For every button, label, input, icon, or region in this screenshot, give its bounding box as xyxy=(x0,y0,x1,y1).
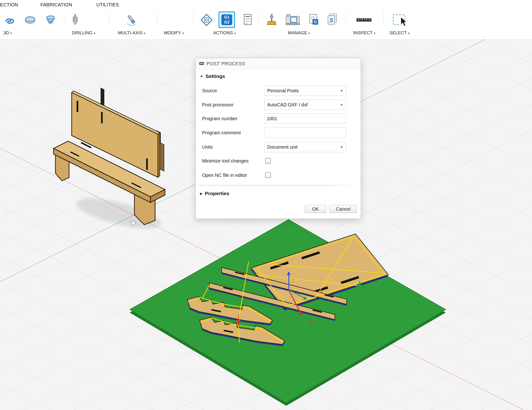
machine-library-icon[interactable] xyxy=(285,13,301,27)
toolbar-separator xyxy=(346,12,346,27)
post-process-active-command[interactable]: G1 G2 xyxy=(218,11,235,28)
post-processor-select[interactable]: AutoCAD DXF / dxf ▼ xyxy=(264,100,346,110)
minimize-tool-changes-checkbox[interactable] xyxy=(265,158,271,164)
stock-sheet[interactable] xyxy=(130,220,446,406)
group-3d-label: 3D xyxy=(3,30,9,36)
group-actions[interactable]: ACTIONS▾ xyxy=(213,30,236,36)
toolbar-separator xyxy=(109,12,110,27)
dialog-separator xyxy=(199,185,356,186)
z-axis-label: Z xyxy=(291,278,294,284)
adaptive-clearing-icon[interactable] xyxy=(3,13,17,27)
source-label: Source xyxy=(202,88,217,93)
units-value: Document unit xyxy=(267,144,340,150)
chevron-down-icon: ▾ xyxy=(182,31,184,35)
tool-library-icon[interactable] xyxy=(265,13,278,27)
drill-icon[interactable] xyxy=(68,13,82,27)
group-select[interactable]: SELECT▾ xyxy=(389,30,409,36)
program-number-label: Program number xyxy=(202,116,237,121)
settings-collapse-icon: ▼ xyxy=(200,75,203,78)
post-library-icon[interactable]: G xyxy=(307,13,321,27)
flat-face-icon[interactable] xyxy=(23,13,37,27)
properties-section-toggle[interactable]: ▶ Properties xyxy=(200,189,229,198)
toolbar-separator xyxy=(258,12,258,27)
chevron-down-icon: ▾ xyxy=(408,31,409,35)
mouse-cursor-icon xyxy=(400,17,409,27)
cancel-button[interactable]: Cancel xyxy=(329,205,357,213)
source-select[interactable]: Personal Posts ▼ xyxy=(264,85,346,96)
group-inspect[interactable]: INSPECT▾ xyxy=(353,30,375,36)
post-processor-label: Post processor xyxy=(202,102,233,108)
tab-fabrication[interactable]: FABRICATION xyxy=(40,2,72,8)
post-process-dialog: POST PROCESS ▼ Settings Source Personal … xyxy=(196,58,361,219)
dropdown-caret-icon: ▼ xyxy=(340,145,343,149)
post-processor-value: AutoCAD DXF / dxf xyxy=(267,102,340,108)
chevron-down-icon: ▾ xyxy=(234,31,236,35)
chevron-down-icon: ▾ xyxy=(308,31,310,35)
chevron-down-icon: ▾ xyxy=(94,31,95,35)
tab-utilities[interactable]: UTILITIES xyxy=(96,2,119,8)
program-number-input[interactable] xyxy=(264,113,346,124)
origin-marker[interactable] xyxy=(131,221,135,225)
settings-section-title: Settings xyxy=(206,74,225,79)
dropdown-caret-icon: ▼ xyxy=(340,103,343,107)
group-drilling[interactable]: DRILLING▾ xyxy=(72,30,95,36)
ruler-icon[interactable] xyxy=(355,13,373,27)
dropdown-caret-icon: ▼ xyxy=(340,89,343,93)
bench-model[interactable] xyxy=(54,88,165,234)
program-comment-label: Program comment xyxy=(202,130,241,136)
group-modify-label: MODIFY xyxy=(164,30,181,36)
open-nc-file-checkbox[interactable] xyxy=(265,172,271,178)
g1g2-line2: G2 xyxy=(221,20,232,25)
chevron-down-icon: ▾ xyxy=(10,31,12,35)
g1g2-line1: G1 xyxy=(221,15,232,20)
tab-inspection-cut[interactable]: ECTION xyxy=(0,2,18,8)
multi-axis-icon[interactable] xyxy=(125,13,138,27)
group-3d[interactable]: 3D▾ xyxy=(3,30,12,36)
post-process-icon[interactable] xyxy=(200,13,213,27)
units-label: Units xyxy=(202,144,213,150)
group-modify[interactable]: MODIFY▾ xyxy=(164,30,184,36)
open-nc-file-label: Open NC file in editor xyxy=(202,173,247,178)
group-manage[interactable]: MANAGE▾ xyxy=(288,30,310,36)
toolbar: ECTION FABRICATION UTILITIES 3D▾ xyxy=(0,0,532,39)
group-drilling-label: DRILLING xyxy=(72,30,93,36)
toolbar-separator xyxy=(64,12,64,27)
units-select[interactable]: Document unit ▼ xyxy=(264,142,346,152)
chevron-down-icon: ▾ xyxy=(144,31,145,35)
group-manage-label: MANAGE xyxy=(288,30,307,36)
spiral-ramp-icon[interactable] xyxy=(44,13,57,27)
g-letter: G xyxy=(314,20,317,24)
toolbar-separator xyxy=(383,12,383,27)
group-select-label: SELECT xyxy=(389,30,407,36)
properties-section-title: Properties xyxy=(205,191,229,196)
settings-section-toggle[interactable]: ▼ Settings xyxy=(200,72,225,81)
s-letter: S xyxy=(329,17,333,24)
dialog-grip-icon xyxy=(199,62,204,65)
properties-expand-icon: ▶ xyxy=(200,192,203,195)
minimize-tool-changes-label: Minimize tool changes xyxy=(202,158,249,164)
program-comment-input[interactable] xyxy=(264,128,346,138)
group-actions-label: ACTIONS xyxy=(213,30,233,36)
group-multi-axis-label: MULTI-AXIS xyxy=(118,30,143,36)
templates-icon[interactable]: S xyxy=(326,13,339,27)
chevron-down-icon: ▾ xyxy=(374,31,375,35)
ok-button[interactable]: OK xyxy=(305,205,326,213)
group-multi-axis[interactable]: MULTI-AXIS▾ xyxy=(118,30,145,36)
group-inspect-label: INSPECT xyxy=(353,30,372,36)
setup-sheet-icon[interactable] xyxy=(241,13,255,27)
toolbar-separator xyxy=(193,12,193,27)
source-value: Personal Posts xyxy=(267,88,340,93)
toolbar-separator xyxy=(157,12,157,27)
dialog-titlebar[interactable]: POST PROCESS xyxy=(196,58,361,69)
g1g2-icon: G1 G2 xyxy=(221,14,232,25)
dialog-title: POST PROCESS xyxy=(207,61,245,66)
